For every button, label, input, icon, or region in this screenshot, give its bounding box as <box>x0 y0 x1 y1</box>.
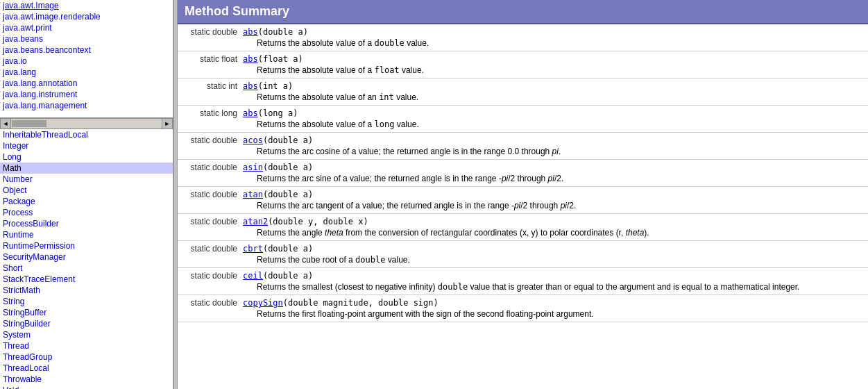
page-title: Method Summary <box>178 0 868 24</box>
sidebar-link-integer[interactable]: Integer <box>0 140 173 151</box>
sidebar-link-stringbuilder[interactable]: StringBuilder <box>0 318 173 329</box>
method-link-acos[interactable]: acos <box>243 135 263 145</box>
sidebar-link-threadgroup[interactable]: ThreadGroup <box>0 351 173 363</box>
modifier-cell: static double <box>178 187 240 214</box>
method-link-abs-float[interactable]: abs <box>243 54 258 64</box>
modifier-cell: static double <box>178 24 240 51</box>
method-info-cell: ceil(double a) Returns the smallest (clo… <box>240 268 868 295</box>
sidebar-link-stringbuffer[interactable]: StringBuffer <box>0 307 173 318</box>
table-row: static double atan2(double y, double x) … <box>178 214 868 241</box>
sidebar-link-runtimepermission[interactable]: RuntimePermission <box>0 240 173 251</box>
method-link-abs-int[interactable]: abs <box>243 81 258 91</box>
table-row: static double ceil(double a) Returns the… <box>178 268 868 295</box>
method-table: static double abs(double a) Returns the … <box>178 24 868 322</box>
method-signature: ceil(double a) <box>243 271 313 281</box>
sidebar-link-java-lang[interactable]: java.lang <box>0 67 173 78</box>
method-info-cell: cbrt(double a) Returns the cube root of … <box>240 241 868 268</box>
modifier-cell: static double <box>178 133 240 160</box>
table-row: static long abs(long a) Returns the abso… <box>178 106 868 133</box>
sidebar-link-java-beans-beancontext[interactable]: java.beans.beancontext <box>0 44 173 56</box>
method-signature: abs(float a) <box>243 54 303 64</box>
table-row: static double acos(double a) Returns the… <box>178 133 868 160</box>
modifier-cell: static double <box>178 214 240 241</box>
method-signature: asin(double a) <box>243 163 313 172</box>
method-desc: Returns the first floating-point argumen… <box>257 309 864 319</box>
modifier-cell: static int <box>178 78 240 106</box>
method-signature: abs(long a) <box>243 108 298 118</box>
method-info-cell: abs(long a) Returns the absolute value o… <box>240 106 868 133</box>
method-desc: Returns the absolute value of an int val… <box>257 92 864 102</box>
modifier-cell: static double <box>178 268 240 295</box>
method-link-ceil[interactable]: ceil <box>243 271 263 281</box>
method-desc: Returns the arc tangent of a value; the … <box>257 201 864 210</box>
method-signature: atan2(double y, double x) <box>243 217 368 226</box>
method-desc: Returns the smallest (closest to negativ… <box>257 282 864 292</box>
sidebar-link-number[interactable]: Number <box>0 174 173 185</box>
method-link-copysign[interactable]: copySign <box>243 298 283 308</box>
scroll-left-btn[interactable]: ◄ <box>0 118 11 129</box>
sidebar-link-math[interactable]: Math <box>0 163 173 174</box>
scroll-right-btn[interactable]: ► <box>162 118 173 129</box>
method-link-atan[interactable]: atan <box>243 190 263 199</box>
sidebar-link-package[interactable]: Package <box>0 196 173 207</box>
sidebar-link-short[interactable]: Short <box>0 263 173 274</box>
method-link-cbrt[interactable]: cbrt <box>243 244 263 254</box>
method-desc: Returns the angle theta from the convers… <box>257 228 864 238</box>
sidebar-link-java-lang-instrument[interactable]: java.lang.instrument <box>0 89 173 100</box>
sidebar-link-processbuilder[interactable]: ProcessBuilder <box>0 218 173 229</box>
method-signature: abs(double a) <box>243 27 308 37</box>
sidebar-link-string[interactable]: String <box>0 296 173 307</box>
table-row: static double abs(double a) Returns the … <box>178 24 868 51</box>
method-info-cell: copySign(double magnitude, double sign) … <box>240 295 868 322</box>
sidebar-link-threadlocal[interactable]: ThreadLocal <box>0 363 173 374</box>
table-row: static int abs(int a) Returns the absolu… <box>178 78 868 106</box>
method-desc: Returns the absolute value of a long val… <box>257 119 864 129</box>
method-info-cell: atan(double a) Returns the arc tangent o… <box>240 187 868 214</box>
method-link-abs-double[interactable]: abs <box>243 27 258 37</box>
method-desc: Returns the absolute value of a double v… <box>257 38 864 48</box>
method-info-cell: abs(float a) Returns the absolute value … <box>240 51 868 78</box>
sidebar-link-java-awt-image[interactable]: java.awt.Image <box>0 0 173 11</box>
sidebar-link-object[interactable]: Object <box>0 185 173 196</box>
sidebar-link-void[interactable]: Void <box>0 385 173 389</box>
sidebar-link-java-lang-annotation[interactable]: java.lang.annotation <box>0 78 173 89</box>
sidebar-link-java-awt-print[interactable]: java.awt.print <box>0 22 173 33</box>
modifier-cell: static double <box>178 160 240 187</box>
sidebar-link-runtime[interactable]: Runtime <box>0 229 173 240</box>
method-info-cell: atan2(double y, double x) Returns the an… <box>240 214 868 241</box>
sidebar-link-java-io[interactable]: java.io <box>0 56 173 67</box>
method-signature: atan(double a) <box>243 190 313 199</box>
method-desc: Returns the absolute value of a float va… <box>257 65 864 75</box>
method-signature: copySign(double magnitude, double sign) <box>243 298 439 308</box>
method-info-cell: acos(double a) Returns the arc cosine of… <box>240 133 868 160</box>
method-link-asin[interactable]: asin <box>243 163 263 172</box>
method-signature: abs(int a) <box>243 81 293 91</box>
modifier-cell: static double <box>178 295 240 322</box>
modifier-cell: static float <box>178 51 240 78</box>
method-link-atan2[interactable]: atan2 <box>243 217 268 226</box>
sidebar-link-java-awt-image-renderable[interactable]: java.awt.image.renderable <box>0 11 173 22</box>
table-row: static float abs(float a) Returns the ab… <box>178 51 868 78</box>
sidebar-link-throwable[interactable]: Throwable <box>0 374 173 385</box>
method-signature: cbrt(double a) <box>243 244 313 254</box>
sidebar-link-long[interactable]: Long <box>0 151 173 163</box>
method-info-cell: asin(double a) Returns the arc sine of a… <box>240 160 868 187</box>
method-link-abs-long[interactable]: abs <box>243 108 258 118</box>
sidebar-link-process[interactable]: Process <box>0 207 173 218</box>
sidebar-link-securitymanager[interactable]: SecurityManager <box>0 251 173 263</box>
modifier-cell: static long <box>178 106 240 133</box>
sidebar-link-system[interactable]: System <box>0 329 173 340</box>
sidebar-link-stacktraceelement[interactable]: StackTraceElement <box>0 274 173 285</box>
modifier-cell: static double <box>178 241 240 268</box>
method-desc: Returns the arc cosine of a value; the r… <box>257 147 864 156</box>
method-desc: Returns the arc sine of a value; the ret… <box>257 174 864 183</box>
table-row: static double atan(double a) Returns the… <box>178 187 868 214</box>
sidebar-link-strictmath[interactable]: StrictMath <box>0 285 173 296</box>
sidebar-link-thread[interactable]: Thread <box>0 340 173 351</box>
sidebar-link-java-lang-management[interactable]: java.lang.management <box>0 100 173 111</box>
sidebar-link-inheritablethreadlocal[interactable]: InheritableThreadLocal <box>0 129 173 140</box>
table-row: static double asin(double a) Returns the… <box>178 160 868 187</box>
method-info-cell: abs(double a) Returns the absolute value… <box>240 24 868 51</box>
sidebar-link-java-beans[interactable]: java.beans <box>0 33 173 44</box>
method-desc: Returns the cube root of a double value. <box>257 255 864 265</box>
